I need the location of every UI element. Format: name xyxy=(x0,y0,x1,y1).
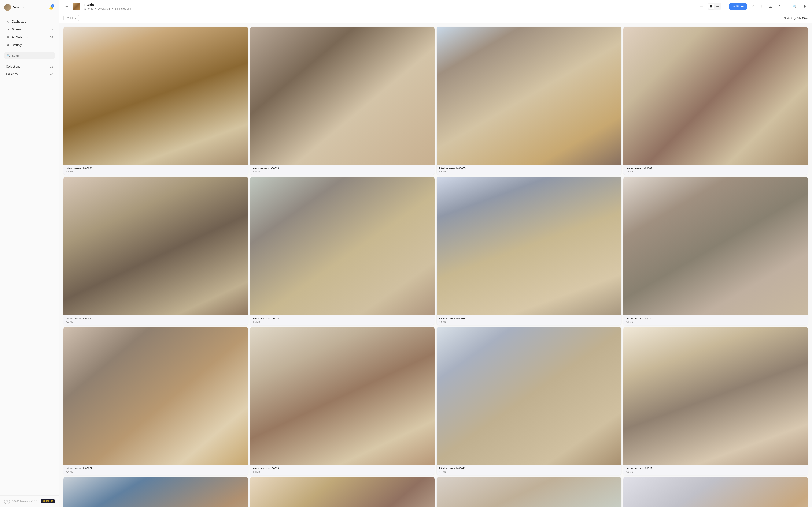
share-icon: ↗ xyxy=(6,27,10,31)
image-card[interactable]: interior-research-00020 4.5 MB ··· xyxy=(250,177,435,325)
sidebar-item-shares[interactable]: ↗ Shares 39 xyxy=(2,25,57,33)
premium-badge: PREMIUM xyxy=(41,499,55,503)
image-card[interactable]: interior-research-00017 4.5 MB ··· xyxy=(63,177,248,325)
image-thumbnail xyxy=(623,177,808,315)
card-footer: interior-research-00005 4.5 MB ··· xyxy=(437,165,621,175)
filter-icon: ▽ xyxy=(67,16,69,20)
image-card[interactable]: interior-research-00023 4.5 MB ··· xyxy=(250,27,435,175)
download-button[interactable]: ↓ xyxy=(759,3,764,10)
share-icon: ↗ xyxy=(732,5,735,8)
sidebar-item-label: Dashboard xyxy=(12,20,27,23)
sidebar-item-label: Settings xyxy=(12,43,22,47)
sidebar-item-settings[interactable]: ⚙ Settings xyxy=(2,41,57,49)
items-count: 39 Items xyxy=(83,7,93,10)
image-card[interactable]: interior-research-00008 4.4 MB ··· xyxy=(63,327,248,475)
share-button[interactable]: ↗ Share xyxy=(729,3,747,10)
image-name: interior-research-00039 xyxy=(253,467,279,470)
card-footer: interior-research-00008 4.4 MB ··· xyxy=(63,465,248,475)
image-name: interior-research-00005 xyxy=(439,167,466,170)
image-thumbnail xyxy=(437,327,621,465)
sort-prefix: Sorted by xyxy=(784,16,796,20)
filter-button[interactable]: ▽ Filter xyxy=(63,15,79,21)
image-size: 4.4 MB xyxy=(66,470,92,473)
image-grid-area: interior-research-00041 4.5 MB ··· inter… xyxy=(59,23,812,507)
upload-cloud-button[interactable]: ☁ xyxy=(767,3,774,10)
image-thumbnail xyxy=(63,177,248,315)
card-footer: interior-research-00020 4.5 MB ··· xyxy=(250,315,435,325)
search-button[interactable]: 🔍 xyxy=(791,3,799,10)
image-card[interactable]: interior-research-00011 4.3 MB ··· xyxy=(437,477,621,507)
sidebar-item-collections[interactable]: Collections 12 xyxy=(2,63,57,70)
card-menu-button[interactable]: ··· xyxy=(240,318,245,322)
gallery-thumb-image xyxy=(73,3,80,10)
image-thumbnail xyxy=(250,477,435,507)
image-thumbnail xyxy=(437,477,621,507)
card-menu-button[interactable]: ··· xyxy=(427,318,432,322)
image-thumbnail xyxy=(63,327,248,465)
image-card[interactable]: interior-research-00036 4.5 MB ··· xyxy=(437,177,621,325)
card-menu-button[interactable]: ··· xyxy=(240,468,245,472)
image-card[interactable]: interior-research-00019 4.3 MB ··· xyxy=(623,477,808,507)
sidebar-footer: ? © 2025 Framebird v2.1.12 PREMIUM xyxy=(0,495,59,507)
search-input[interactable] xyxy=(12,54,52,57)
image-name: interior-research-00020 xyxy=(253,317,279,320)
sidebar-item-dashboard[interactable]: ⌂ Dashboard xyxy=(2,18,57,25)
grid-view-button[interactable]: ⊞ xyxy=(708,4,714,9)
card-menu-button[interactable]: ··· xyxy=(613,468,618,472)
card-footer: interior-research-00036 4.5 MB ··· xyxy=(437,315,621,325)
card-menu-button[interactable]: ··· xyxy=(613,168,618,172)
check-button[interactable]: ✓ xyxy=(750,3,756,10)
card-footer: interior-research-00037 4.3 MB ··· xyxy=(623,465,808,475)
card-menu-button[interactable]: ··· xyxy=(240,168,245,172)
sidebar-item-galleries[interactable]: Galleries 43 xyxy=(2,70,57,77)
card-menu-button[interactable]: ··· xyxy=(613,318,618,322)
card-menu-button[interactable]: ··· xyxy=(800,168,805,172)
galleries-label: Galleries xyxy=(6,72,17,76)
main-content: ← Interior 39 Items • 167.73 MB • 3 minu… xyxy=(59,0,812,507)
image-card[interactable]: interior-research-00037 4.3 MB ··· xyxy=(623,327,808,475)
card-menu-button[interactable]: ··· xyxy=(800,468,805,472)
galleries-section-count: 43 xyxy=(50,72,53,76)
gallery-time: 3 minutes ago xyxy=(115,7,131,10)
sidebar-item-all-galleries[interactable]: ▦ All Galleries 54 xyxy=(2,34,57,41)
image-card[interactable]: interior-research-00014 4.3 MB ··· xyxy=(63,477,248,507)
sidebar: J Julian ▾ 🔔 8 ⌂ Dashboard ↗ Shares 39 xyxy=(0,0,59,507)
collections-label: Collections xyxy=(6,65,20,68)
image-thumbnail xyxy=(63,27,248,165)
filter-settings-button[interactable]: ⚙ xyxy=(801,3,808,10)
search-icon: 🔍 xyxy=(7,54,10,57)
sidebar-item-label: Shares xyxy=(12,28,21,31)
card-menu-button[interactable]: ··· xyxy=(427,168,432,172)
image-size: 4.5 MB xyxy=(253,321,279,323)
image-card[interactable]: interior-research-00041 4.5 MB ··· xyxy=(63,27,248,175)
topbar: ← Interior 39 Items • 167.73 MB • 3 minu… xyxy=(59,0,812,13)
image-card[interactable]: interior-research-00032 4.4 MB ··· xyxy=(437,327,621,475)
share-label: Share xyxy=(736,5,744,8)
image-name: interior-research-00001 xyxy=(626,167,652,170)
card-footer: interior-research-00017 4.5 MB ··· xyxy=(63,315,248,325)
list-view-button[interactable]: ☰ xyxy=(714,4,721,9)
image-size: 4.5 MB xyxy=(626,170,652,173)
help-button[interactable]: ? xyxy=(4,499,10,504)
image-card[interactable]: interior-research-00030 4.4 MB ··· xyxy=(623,177,808,325)
image-name: interior-research-00041 xyxy=(66,167,92,170)
notification-button[interactable]: 🔔 8 xyxy=(48,4,55,11)
user-name: Julian xyxy=(13,6,20,9)
card-menu-button[interactable]: ··· xyxy=(427,468,432,472)
back-button[interactable]: ← xyxy=(63,3,70,9)
refresh-button[interactable]: ↻ xyxy=(777,3,783,10)
user-menu[interactable]: J Julian ▾ xyxy=(4,4,24,11)
image-thumbnail xyxy=(437,177,621,315)
shares-count: 39 xyxy=(50,28,53,31)
image-card[interactable]: interior-research-00025 4.3 MB ··· xyxy=(250,477,435,507)
image-card[interactable]: interior-research-00001 4.5 MB ··· xyxy=(623,27,808,175)
image-name: interior-research-00017 xyxy=(66,317,92,320)
image-card[interactable]: interior-research-00039 4.4 MB ··· xyxy=(250,327,435,475)
search-box[interactable]: 🔍 xyxy=(4,52,55,59)
image-name: interior-research-00008 xyxy=(66,467,92,470)
image-card[interactable]: interior-research-00005 4.5 MB ··· xyxy=(437,27,621,175)
card-menu-button[interactable]: ··· xyxy=(800,318,805,322)
image-size: 4.5 MB xyxy=(439,321,466,323)
more-options-button[interactable]: ··· xyxy=(698,3,705,10)
gallery-title: Interior xyxy=(83,3,695,7)
